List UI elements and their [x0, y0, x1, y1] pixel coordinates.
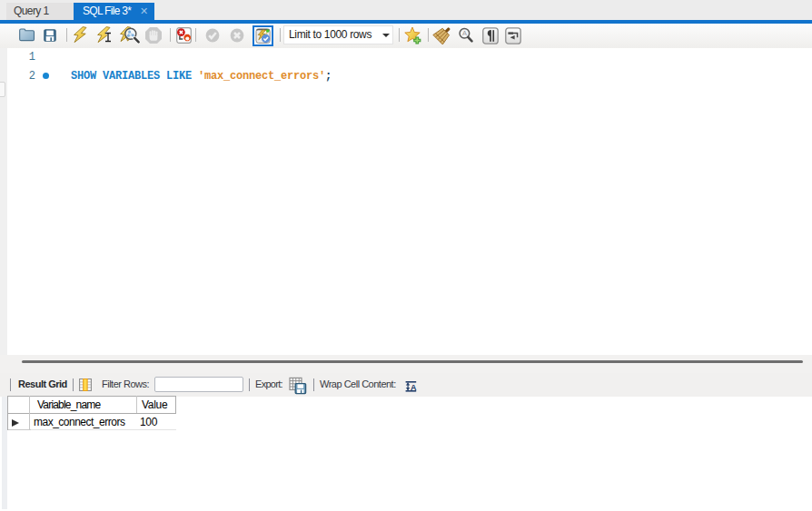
svg-text:A: A [461, 29, 466, 37]
svg-text:A: A [411, 383, 417, 392]
